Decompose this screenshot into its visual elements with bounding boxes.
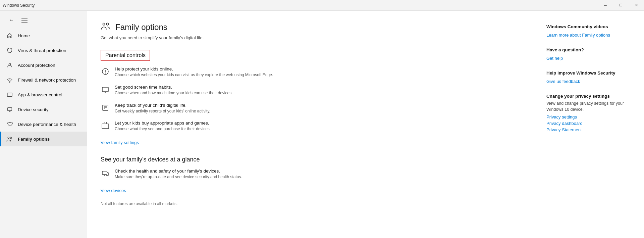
view-family-settings-link[interactable]: View family settings	[101, 140, 139, 145]
svg-point-9	[103, 23, 105, 25]
feature-buy-apps-name: Let your kids buy appropriate apps and g…	[115, 121, 211, 126]
wifi-icon	[6, 77, 13, 83]
svg-point-7	[8, 137, 9, 139]
page-subtitle: Get what you need to simplify your famil…	[101, 35, 523, 40]
feature-protect-kids-desc: Choose which websites your kids can visi…	[115, 72, 273, 78]
community-title: Windows Community videos	[546, 24, 635, 29]
sidebar-item-virus-label: Virus & threat protection	[18, 48, 66, 53]
check-devices-icon	[101, 169, 110, 178]
parental-controls-section: Parental controls Help protect your kids…	[101, 50, 523, 145]
sidebar-item-virus[interactable]: Virus & threat protection	[0, 43, 87, 58]
heart-icon	[6, 121, 13, 128]
feature-protect-kids-text: Help protect your kids online. Choose wh…	[115, 66, 273, 78]
right-panel: Windows Community videos Learn more abou…	[537, 11, 644, 238]
svg-rect-14	[102, 87, 108, 92]
person-icon	[6, 62, 13, 68]
svg-point-10	[106, 23, 108, 25]
svg-rect-2	[7, 93, 12, 97]
privacy-statement-link[interactable]: Privacy Statement	[546, 127, 635, 132]
sidebar-item-home-label: Home	[18, 33, 30, 38]
sidebar-item-account-label: Account protection	[18, 63, 55, 68]
sidebar-item-device-security[interactable]: Device security	[0, 102, 87, 117]
feature-screen-time-desc: Choose when and how much time your kids …	[115, 90, 233, 96]
sidebar-item-firewall[interactable]: Firewall & network protection	[0, 73, 87, 87]
feature-check-devices-text: Check the health and safety of your fami…	[115, 169, 242, 180]
buy-apps-icon	[101, 121, 110, 130]
sidebar-item-device-perf[interactable]: Device performance & health	[0, 117, 87, 132]
sidebar-item-app[interactable]: App & browser control	[0, 87, 87, 102]
sidebar-item-firewall-label: Firewall & network protection	[18, 78, 76, 83]
svg-rect-21	[102, 124, 109, 129]
feedback-title: Help improve Windows Security	[546, 70, 635, 76]
svg-point-8	[10, 137, 11, 139]
screen-time-icon	[101, 85, 110, 94]
feature-buy-apps-text: Let your kids buy appropriate apps and g…	[115, 121, 211, 132]
get-help-link[interactable]: Get help	[546, 56, 563, 61]
home-icon	[6, 32, 13, 39]
svg-rect-22	[102, 171, 107, 175]
browser-icon	[6, 91, 13, 98]
feature-track-digital-desc: Get weekly activity reports of your kids…	[115, 108, 210, 114]
sidebar-item-device-security-label: Device security	[18, 107, 49, 112]
hamburger-line	[21, 22, 28, 22]
hamburger-line	[21, 18, 28, 18]
back-button[interactable]: ←	[5, 14, 17, 26]
sidebar-item-device-perf-label: Device performance & health	[18, 122, 76, 127]
devices-section: See your family's devices at a glance Ch…	[101, 156, 523, 193]
feature-track-digital-text: Keep track of your child's digital life.…	[115, 103, 210, 114]
feature-protect-kids-name: Help protect your kids online.	[115, 66, 273, 72]
page-title: Family options	[115, 22, 167, 32]
main-content: Family options Get what you need to simp…	[87, 11, 537, 238]
feedback-section: Help improve Windows Security Give us fe…	[546, 70, 635, 84]
svg-point-1	[9, 82, 10, 82]
track-digital-icon	[101, 103, 110, 112]
minimize-button[interactable]: ─	[598, 0, 613, 11]
feature-screen-time-text: Set good screen time habits. Choose when…	[115, 85, 233, 96]
footnote: Not all features are available in all ma…	[101, 201, 523, 206]
sidebar-header: ←	[0, 12, 87, 28]
maximize-button[interactable]: ☐	[613, 0, 629, 11]
protect-kids-icon	[101, 67, 110, 76]
sidebar-item-family[interactable]: Family options	[0, 132, 87, 146]
sidebar-item-home[interactable]: Home	[0, 28, 87, 43]
devices-section-title: See your family's devices at a glance	[101, 156, 523, 163]
close-button[interactable]: ✕	[629, 0, 644, 11]
feature-buy-apps-desc: Choose what they see and purchase for th…	[115, 126, 211, 132]
feature-check-devices: Check the health and safety of your fami…	[101, 169, 523, 180]
question-section: Have a question? Get help	[546, 47, 635, 61]
feature-protect-kids: Help protect your kids online. Choose wh…	[101, 66, 523, 78]
sidebar-item-account[interactable]: Account protection	[0, 58, 87, 73]
sidebar: ← Home Virus & t	[0, 11, 87, 238]
family-icon	[6, 136, 13, 142]
hamburger-menu[interactable]	[21, 18, 28, 22]
back-icon: ←	[9, 17, 14, 23]
feature-track-digital-name: Keep track of your child's digital life.	[115, 103, 210, 108]
svg-point-0	[9, 63, 10, 65]
feature-check-devices-name: Check the health and safety of your fami…	[115, 169, 242, 174]
privacy-section: Change your privacy settings View and ch…	[546, 94, 635, 132]
view-devices-link[interactable]: View devices	[101, 188, 126, 193]
privacy-settings-link[interactable]: Privacy settings	[546, 114, 635, 120]
feature-screen-time-name: Set good screen time habits.	[115, 85, 233, 90]
shield-icon	[6, 47, 13, 54]
parental-controls-title: Parental controls	[101, 50, 150, 61]
device-icon	[6, 106, 13, 113]
give-feedback-link[interactable]: Give us feedback	[546, 79, 580, 84]
community-section: Windows Community videos Learn more abou…	[546, 24, 635, 38]
titlebar-title: Windows Security	[3, 3, 35, 8]
app-container: ← Home Virus & t	[0, 11, 644, 238]
community-link[interactable]: Learn more about Family options	[546, 33, 610, 38]
titlebar-controls: ─ ☐ ✕	[598, 0, 644, 11]
hamburger-line	[21, 20, 28, 20]
feature-buy-apps: Let your kids buy appropriate apps and g…	[101, 121, 523, 132]
privacy-dashboard-link[interactable]: Privacy dashboard	[546, 121, 635, 126]
svg-point-13	[105, 73, 105, 73]
page-header: Family options	[101, 21, 523, 33]
privacy-text: View and change privacy settings for you…	[546, 101, 635, 112]
privacy-title: Change your privacy settings	[546, 94, 635, 99]
feature-track-digital: Keep track of your child's digital life.…	[101, 103, 523, 114]
page-title-icon	[101, 21, 111, 33]
titlebar: Windows Security ─ ☐ ✕	[0, 0, 644, 11]
svg-rect-4	[8, 108, 12, 111]
sidebar-item-family-label: Family options	[18, 137, 50, 142]
